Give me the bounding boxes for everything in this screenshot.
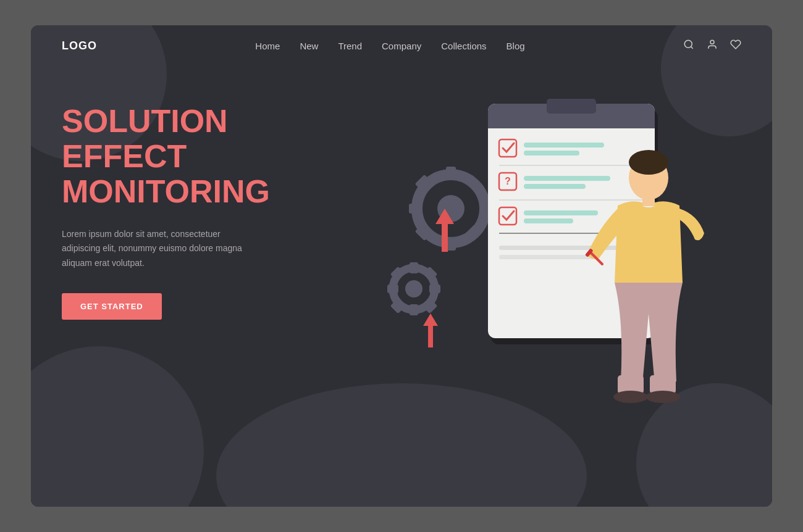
svg-point-50: [613, 391, 648, 403]
svg-rect-40: [524, 210, 598, 215]
heart-icon[interactable]: [730, 39, 741, 53]
svg-rect-18: [429, 285, 440, 293]
svg-rect-47: [642, 195, 655, 206]
svg-rect-32: [524, 151, 579, 156]
hero-description: Lorem ipsum dolor sit amet, consectetuer…: [62, 227, 259, 271]
main-content: SOLUTION EFFECT MONITORING Lorem ipsum d…: [31, 67, 772, 499]
svg-point-14: [405, 280, 423, 297]
nav-item-home[interactable]: Home: [255, 41, 280, 52]
nav-item-new[interactable]: New: [300, 41, 318, 52]
user-icon[interactable]: [707, 39, 718, 53]
svg-point-51: [645, 391, 680, 403]
illustration-svg: ?: [321, 98, 741, 455]
svg-point-0: [684, 40, 692, 48]
page-wrapper: LOGO Home New Trend Company Collections …: [31, 25, 772, 507]
svg-rect-37: [524, 184, 586, 189]
nav-item-blog[interactable]: Blog: [507, 41, 525, 52]
svg-text:?: ?: [505, 176, 511, 186]
svg-rect-16: [410, 304, 418, 315]
nav-item-trend[interactable]: Trend: [338, 41, 362, 52]
left-section: SOLUTION EFFECT MONITORING Lorem ipsum d…: [62, 91, 321, 320]
nav-item-company[interactable]: Company: [382, 41, 421, 52]
svg-rect-44: [499, 255, 598, 259]
nav-icons: [683, 39, 741, 53]
svg-rect-31: [524, 143, 604, 148]
cta-button[interactable]: GET STARTED: [62, 293, 162, 320]
svg-rect-7: [409, 204, 423, 214]
svg-rect-17: [387, 285, 398, 293]
svg-rect-5: [446, 167, 456, 180]
search-icon[interactable]: [683, 39, 694, 53]
svg-rect-36: [524, 176, 610, 181]
nav-item-collections[interactable]: Collections: [441, 41, 486, 52]
navbar: LOGO Home New Trend Company Collections …: [31, 25, 772, 67]
svg-rect-41: [524, 218, 573, 223]
hero-title: SOLUTION EFFECT MONITORING: [62, 104, 321, 210]
nav-links: Home New Trend Company Collections Blog: [255, 41, 524, 52]
logo: LOGO: [62, 39, 97, 52]
svg-marker-24: [423, 314, 438, 347]
svg-rect-29: [547, 99, 596, 114]
svg-point-2: [710, 40, 714, 44]
svg-line-1: [691, 46, 692, 48]
svg-point-46: [629, 150, 668, 175]
svg-rect-15: [410, 262, 418, 273]
right-section: ?: [321, 91, 741, 499]
svg-rect-28: [488, 121, 655, 128]
